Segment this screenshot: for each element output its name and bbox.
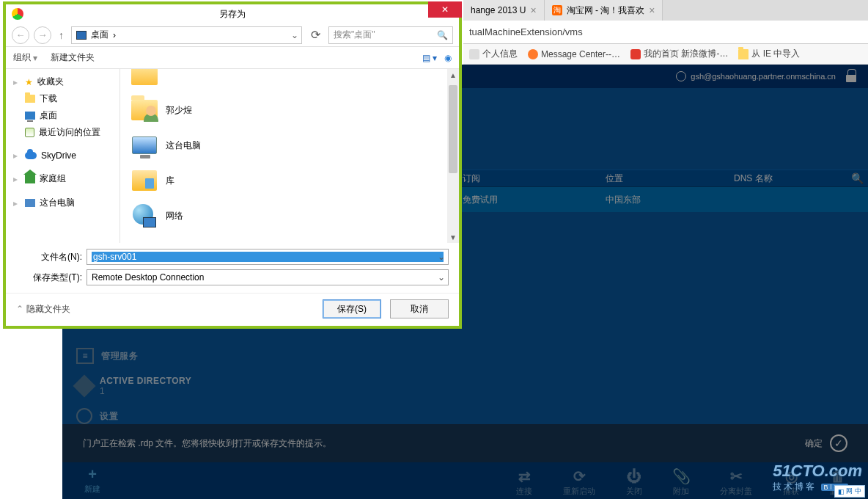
close-button[interactable]: ✕ [428, 1, 462, 18]
network-icon [133, 204, 156, 227]
folder-icon [738, 49, 749, 59]
refresh-button[interactable]: ⟳ [306, 26, 324, 44]
save-button[interactable]: 保存(S) [323, 299, 381, 318]
tree-downloads[interactable]: 下载 [6, 90, 119, 107]
browser-tab-2[interactable]: 淘 淘宝网 - 淘！我喜欢 × [545, 0, 663, 21]
user-folder-icon [131, 100, 158, 120]
bookmark-personal[interactable]: 个人信息 [469, 48, 518, 60]
address-bar-fragment[interactable]: tualMachineExtension/vms [463, 21, 868, 44]
filename-label: 文件名(N): [16, 251, 82, 263]
address-text: tualMachineExtension/vms [469, 26, 583, 37]
list-item-network[interactable]: 网络 [128, 198, 452, 233]
folder-icon [25, 95, 35, 103]
chevron-down-icon[interactable]: ⌄ [291, 30, 298, 40]
pc-icon [25, 199, 35, 207]
list-item-thispc[interactable]: 这台电脑 [128, 128, 452, 163]
item-label: 网络 [166, 210, 183, 222]
favicon-taobao: 淘 [552, 5, 562, 15]
filetype-value: Remote Desktop Connection [92, 272, 444, 283]
new-folder-button[interactable]: 新建文件夹 [51, 51, 95, 64]
search-input[interactable]: 搜索"桌面" 🔍 [328, 26, 453, 44]
browser-tab-1[interactable]: hange 2013 U × [463, 0, 545, 21]
libraries-icon [132, 170, 157, 191]
folder-icon [131, 69, 158, 85]
desktop-icon [76, 31, 87, 40]
corner-badge: ◧网 中 [834, 485, 865, 498]
tree-desktop[interactable]: 桌面 [6, 107, 119, 124]
file-list-pane: 郭少煌 这台电脑 库 网络 ▲ [120, 69, 459, 243]
filetype-label: 保存类型(T): [16, 272, 82, 284]
dialog-nav-row: ← → ↑ 桌面 › ⌄ ⟳ 搜索"桌面" 🔍 [6, 23, 459, 47]
list-item-libraries[interactable]: 库 [128, 163, 452, 198]
back-button[interactable]: ← [12, 26, 29, 44]
dialog-toolbar: 组织 ▾ 新建文件夹 ▤ ▾ ◉ [6, 47, 459, 69]
bookmarks-bar: 个人信息 Message Center--… 我的首页 新浪微博-… 从 IE … [463, 44, 868, 65]
bookmark-message-center[interactable]: Message Center--… [528, 49, 620, 59]
tree-homegroup[interactable]: ▸家庭组 [6, 170, 119, 187]
cancel-button[interactable]: 取消 [390, 299, 449, 318]
path-segment: 桌面 [91, 29, 108, 41]
scroll-thumb[interactable] [449, 85, 457, 173]
scroll-up-icon[interactable]: ▲ [447, 69, 459, 81]
tree-recent[interactable]: 最近访问的位置 [6, 124, 119, 141]
hide-folders-toggle[interactable]: ⌃ 隐藏文件夹 [16, 303, 70, 316]
chevron-down-icon[interactable]: ⌄ [438, 252, 445, 262]
collapse-icon: ⌃ [16, 304, 23, 314]
list-item[interactable] [128, 69, 452, 92]
organize-button[interactable]: 组织 ▾ [13, 51, 37, 64]
browser-tab-strip: hange 2013 U × 淘 淘宝网 - 淘！我喜欢 × [463, 0, 868, 21]
bookmark-weibo[interactable]: 我的首页 新浪微博-… [630, 48, 728, 60]
item-label: 库 [166, 175, 174, 187]
save-as-dialog: 另存为 ✕ ← → ↑ 桌面 › ⌄ ⟳ 搜索"桌面" 🔍 组织 ▾ 新建文件夹 [3, 1, 462, 329]
breadcrumb-path[interactable]: 桌面 › ⌄ [71, 26, 302, 44]
tab-label: hange 2013 U [471, 5, 526, 15]
scrollbar[interactable]: ▲ ▼ [447, 69, 459, 243]
scroll-down-icon[interactable]: ▼ [447, 231, 459, 243]
weibo-icon [630, 49, 641, 59]
tree-favorites[interactable]: ▸★收藏夹 [6, 73, 119, 90]
search-icon: 🔍 [437, 30, 448, 40]
help-button[interactable]: ◉ [444, 53, 452, 63]
search-placeholder: 搜索"桌面" [334, 29, 375, 41]
folder-tree: ▸★收藏夹 下载 桌面 最近访问的位置 ▸SkyDrive ▸家庭组 ▸这台电脑 [6, 69, 120, 243]
dialog-fields: 文件名(N): gsh-srv001 ⌄ 保存类型(T): Remote Des… [6, 243, 459, 293]
msg-icon [528, 49, 538, 59]
star-icon: ★ [25, 77, 33, 87]
filetype-select[interactable]: Remote Desktop Connection ⌄ [87, 269, 449, 285]
tree-thispc[interactable]: ▸这台电脑 [6, 194, 119, 211]
tab-close-icon[interactable]: × [530, 4, 536, 16]
desktop-icon [25, 112, 35, 120]
dialog-title: 另存为 [219, 8, 246, 21]
cloud-icon [25, 152, 37, 159]
tab-close-icon[interactable]: × [649, 4, 655, 16]
pc-icon [132, 136, 157, 154]
dialog-footer: ⌃ 隐藏文件夹 保存(S) 取消 [6, 293, 459, 326]
view-options-button[interactable]: ▤ ▾ [422, 53, 437, 63]
page-icon [469, 49, 479, 59]
chrome-icon [12, 8, 23, 20]
recent-icon [25, 128, 34, 137]
chevron-down-icon[interactable]: ⌄ [438, 272, 445, 283]
bookmark-ie-import[interactable]: 从 IE 中导入 [738, 48, 800, 60]
filename-input[interactable]: gsh-srv001 ⌄ [87, 249, 449, 265]
tab-label: 淘宝网 - 淘！我喜欢 [567, 4, 645, 17]
filename-value: gsh-srv001 [92, 252, 444, 262]
item-label: 这台电脑 [166, 139, 201, 152]
path-sep: › [113, 30, 116, 40]
dialog-titlebar: 另存为 ✕ [6, 4, 459, 23]
tree-skydrive[interactable]: ▸SkyDrive [6, 148, 119, 163]
home-icon [25, 174, 35, 183]
forward-button[interactable]: → [34, 26, 51, 44]
item-label: 郭少煌 [166, 104, 192, 117]
up-button[interactable]: ↑ [56, 29, 67, 41]
list-item-user[interactable]: 郭少煌 [128, 92, 452, 128]
